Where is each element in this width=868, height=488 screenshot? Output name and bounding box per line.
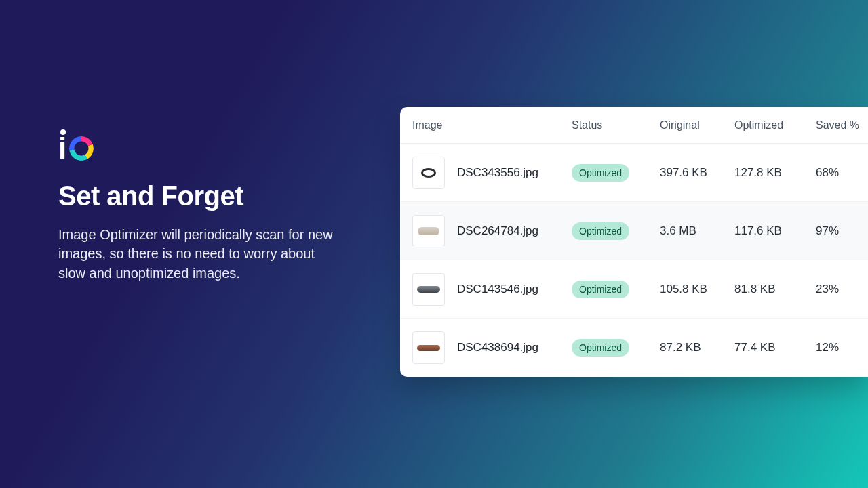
filename: DSC343556.jpg [457, 166, 538, 180]
thumbnail-icon [412, 215, 445, 247]
saved-percent: 97% [816, 224, 868, 238]
filename: DSC264784.jpg [457, 224, 538, 238]
optimizer-results-panel: Image Status Oiriginal Optimized Saved %… [400, 107, 868, 377]
status-badge: Optimized [572, 339, 629, 357]
optimized-size: 81.8 KB [734, 283, 816, 296]
thumbnail-icon [412, 157, 445, 189]
hero-headline: Set and Forget [58, 181, 350, 211]
col-header-original: Oiriginal [660, 119, 734, 131]
logo-ring-icon [69, 136, 94, 161]
original-size: 87.2 KB [660, 341, 734, 354]
col-header-status: Status [572, 119, 660, 131]
original-size: 397.6 KB [660, 166, 734, 180]
saved-percent: 68% [816, 166, 868, 180]
optimized-size: 127.8 KB [734, 166, 816, 180]
status-badge: Optimized [572, 281, 629, 298]
original-size: 3.6 MB [660, 224, 734, 238]
table-row: DSC438694.jpg Optimized 87.2 KB 77.4 KB … [400, 319, 868, 377]
optimized-size: 117.6 KB [734, 224, 816, 238]
thumbnail-icon [412, 273, 445, 306]
col-header-optimized: Optimized [734, 119, 816, 131]
filename: DSC143546.jpg [457, 283, 538, 296]
optimized-size: 77.4 KB [734, 341, 816, 354]
col-header-saved: Saved % [816, 119, 868, 131]
app-logo: i [58, 132, 99, 165]
status-badge: Optimized [572, 164, 629, 182]
saved-percent: 12% [816, 341, 868, 354]
original-size: 105.8 KB [660, 283, 734, 296]
promo-screen: i Set and Forget Image Optimizer will pe… [0, 0, 868, 488]
status-badge: Optimized [572, 222, 629, 240]
hero-copy: i Set and Forget Image Optimizer will pe… [58, 132, 350, 283]
thumbnail-icon [412, 331, 445, 364]
hero-subtext: Image Optimizer will periodically scan f… [58, 225, 343, 283]
table-header-row: Image Status Oiriginal Optimized Saved % [400, 107, 868, 144]
saved-percent: 23% [816, 283, 868, 296]
table-row: DSC264784.jpg Optimized 3.6 MB 117.6 KB … [400, 202, 868, 260]
filename: DSC438694.jpg [457, 341, 538, 354]
col-header-image: Image [412, 119, 572, 131]
table-row: DSC343556.jpg Optimized 397.6 KB 127.8 K… [400, 144, 868, 202]
table-row: DSC143546.jpg Optimized 105.8 KB 81.8 KB… [400, 260, 868, 319]
